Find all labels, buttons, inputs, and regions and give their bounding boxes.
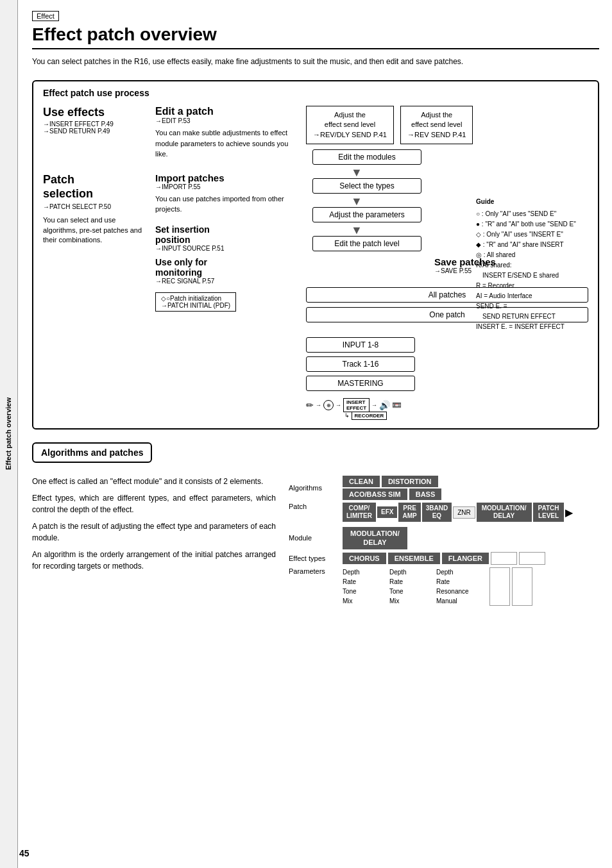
effect-type-chorus[interactable]: CHORUS <box>343 553 386 564</box>
page-title: Effect patch overview <box>32 24 599 49</box>
signal-diagram: ✏ → ⊕ → INSERTEFFECT → 🔊 📼 <box>306 398 588 412</box>
param-empty-2 <box>512 567 532 606</box>
guide-line-2: ● : "R" and "AI" both use "SEND E" <box>476 219 591 230</box>
guide-line-11: SEND RETURN EFFECT <box>482 312 591 322</box>
parameters-row: Parameters Depth Rate Tone Mix Depth Rat… <box>289 567 599 606</box>
pencil-icon: ✏ <box>306 400 314 410</box>
effect-type-empty-2 <box>519 552 545 565</box>
effect-type-flanger[interactable]: FLANGER <box>442 553 489 564</box>
input-section: INPUT 1-8 Track 1-16 MASTERING ✏ → ⊕ → I… <box>306 337 588 419</box>
ensemble-tone: Tone <box>389 587 434 596</box>
guide-line-8: R = Recorder <box>476 281 591 291</box>
mastering-box: MASTERING <box>306 376 415 391</box>
intro-text: You can select patches in the R16, use e… <box>32 56 599 67</box>
step-arrow-1: ▼ <box>351 167 362 178</box>
patch-arrow: ▶ <box>565 506 573 519</box>
use-only-title: Use only formonitoring <box>155 257 293 278</box>
algo-btn-distortion[interactable]: DISTORTION <box>382 476 438 487</box>
edit-patch-box: Edit a patch →EDIT P.53 You can make sub… <box>155 106 293 160</box>
flanger-params: Depth Rate Resonance Manual <box>436 567 488 606</box>
effect-types: CHORUS ENSEMBLE FLANGER <box>343 552 545 565</box>
use-effects-links: →INSERT EFFECT P.49 →SEND RETURN P.49 <box>43 121 146 135</box>
module-row: Module MODULATION/DELAY <box>289 527 599 549</box>
effect-type-ensemble[interactable]: ENSEMBLE <box>388 553 440 564</box>
algo-btn-clean[interactable]: CLEAN <box>343 476 380 487</box>
patch-btn-comp[interactable]: COMP/LIMITER <box>343 503 376 522</box>
set-insertion-title: Set insertionposition <box>155 224 293 245</box>
use-effects-link-2: →SEND RETURN P.49 <box>43 128 146 135</box>
mid-column: Edit a patch →EDIT P.53 You can make sub… <box>146 106 293 312</box>
import-link: →IMPORT P.55 <box>155 183 293 190</box>
algo-btn-bass[interactable]: BASS <box>409 488 442 500</box>
arrow-icon-2: → <box>336 402 341 408</box>
patch-btn-modulation[interactable]: MODULATION/DELAY <box>477 503 532 522</box>
guide-line-4: ◆ : "R" and "AI" share INSERT <box>476 240 591 250</box>
algo-content: One effect is called an "effect module" … <box>32 476 599 608</box>
algo-section-box: Algorithms and patches <box>32 442 152 463</box>
algorithms-row: Algorithms CLEAN DISTORTION ACO/BASS SIM… <box>289 476 599 500</box>
algo-para-2: Effect types, which are different types,… <box>32 492 276 515</box>
algo-btn-aco-bass[interactable]: ACO/BASS SIM <box>343 488 407 500</box>
track-116-box: Track 1-16 <box>306 356 415 372</box>
use-effects-link-1: →INSERT EFFECT P.49 <box>43 121 146 128</box>
set-insertion-link: →INPUT SOURCE P.51 <box>155 245 293 252</box>
circle-icon: ⊕ <box>323 400 334 410</box>
left-column: Use effects →INSERT EFFECT P.49 →SEND RE… <box>43 106 146 245</box>
guide-title: Guide <box>476 197 591 207</box>
recorder-box: RECORDER <box>352 412 387 420</box>
patch-btn-pre-amp[interactable]: PREAMP <box>398 503 420 522</box>
patch-btn-znr[interactable]: ZNR <box>453 506 475 519</box>
module-box: MODULATION/DELAY <box>343 527 407 549</box>
send-level-2-line3: →REV SEND P.41 <box>407 130 466 140</box>
send-level-2-line1: Adjust the <box>407 110 466 120</box>
chorus-mix: Mix <box>343 596 387 606</box>
guide-section: Guide ○ : Only "AI" uses "SEND E" ● : "R… <box>476 197 591 332</box>
params-label: Parameters <box>289 567 340 575</box>
send-level-box-1: Adjust the effect send level →REV/DLY SE… <box>306 106 394 144</box>
import-section: Import patches →IMPORT P.55 You can use … <box>155 172 293 312</box>
effect-tag-wrapper: Effect <box>32 10 599 24</box>
flanger-resonance: Resonance <box>436 587 488 596</box>
import-desc: You can use patches imported from other … <box>155 194 293 215</box>
patch-row: Patch COMP/LIMITER EFX PREAMP 3BANDEQ ZN… <box>289 503 599 524</box>
speaker-icon: 🔊 <box>379 400 390 410</box>
guide-line-1: ○ : Only "AI" uses "SEND E" <box>476 209 591 219</box>
chorus-params: Depth Rate Tone Mix <box>343 567 387 606</box>
effect-tag: Effect <box>32 11 59 21</box>
patch-btn-level[interactable]: PATCHLEVEL <box>533 503 565 522</box>
algo-para-3: A patch is the result of adjusting the e… <box>32 521 276 544</box>
algo-section-header: Algorithms and patches <box>32 442 599 471</box>
ensemble-params: Depth Rate Tone Mix <box>389 567 434 606</box>
chorus-tone: Tone <box>343 587 387 596</box>
guide-line-9: AI = Audio Interface <box>476 291 591 301</box>
patch-selection-desc: You can select and use algorithms, pre-s… <box>43 215 146 245</box>
insert-effect-box: INSERTEFFECT <box>343 398 370 412</box>
send-level-1-line2: effect send level <box>313 120 387 129</box>
import-patches-title: Import patches <box>155 172 293 183</box>
flow-step-edit-modules: Edit the modules <box>312 149 421 165</box>
algo-buttons: CLEAN DISTORTION ACO/BASS SIM BASS <box>343 476 441 500</box>
patch-btn-efx[interactable]: EFX <box>377 506 397 518</box>
recorder-box-label: ↳ RECORDER <box>344 412 588 419</box>
module-label: Module <box>289 534 340 542</box>
param-empty-1 <box>489 567 510 606</box>
flanger-depth: Depth <box>436 567 488 577</box>
side-label-text: Effect patch overview <box>4 397 13 470</box>
guide-line-6: R/AI shared: <box>476 260 591 271</box>
step-arrow-2: ▼ <box>351 196 362 207</box>
patch-init-text: ◇○Patch initialization <box>161 295 230 302</box>
chorus-depth: Depth <box>343 567 387 577</box>
effect-type-empty-1 <box>491 552 517 565</box>
edit-patch-title: Edit a patch <box>155 106 293 117</box>
algo-row-1: CLEAN DISTORTION <box>343 476 441 487</box>
guide-line-12: INSERT E. = INSERT EFFECT <box>476 322 591 332</box>
flow-boxes-top: Adjust the effect send level →REV/DLY SE… <box>306 106 588 144</box>
send-level-box-2: Adjust the effect send level →REV SEND P… <box>400 106 473 144</box>
patch-btn-3band[interactable]: 3BANDEQ <box>422 503 452 522</box>
page-number: 45 <box>19 848 30 858</box>
flanger-manual: Manual <box>436 596 488 606</box>
chorus-rate: Rate <box>343 577 387 587</box>
send-level-1-line3: →REV/DLY SEND P.41 <box>313 130 387 140</box>
patch-init-box: ◇○Patch initialization →PATCH INITIAL (P… <box>155 292 236 312</box>
algo-para-4: An algorithm is the orderly arrangement … <box>32 549 276 572</box>
